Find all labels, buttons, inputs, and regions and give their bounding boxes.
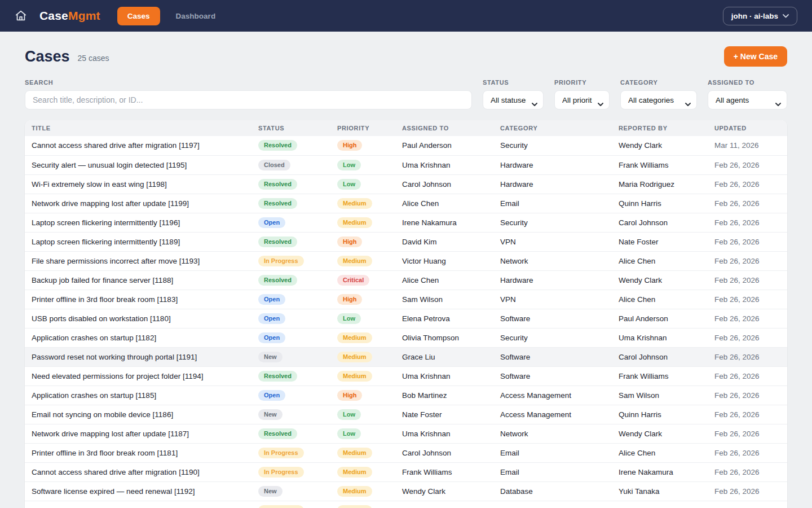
category-filter-select[interactable]: All categories <box>620 90 697 110</box>
table-row[interactable]: Software license expired — need renewal … <box>25 481 787 501</box>
status-badge: Resolved <box>258 198 297 209</box>
case-category-cell: Hardware <box>493 270 612 290</box>
case-assigned-cell: Bob Martinez <box>395 386 493 405</box>
priority-badge: Low <box>337 179 361 190</box>
case-status-cell: Open <box>251 290 330 309</box>
case-status-cell: Resolved <box>251 366 330 386</box>
case-reported-cell: Yuki Tanaka <box>612 481 708 501</box>
case-assigned-cell: Uma Krishnan <box>395 155 493 174</box>
priority-badge: Medium <box>337 486 372 497</box>
case-updated-cell: Feb 26, 2026 <box>708 347 787 366</box>
new-case-button[interactable]: + New Case <box>724 46 787 67</box>
case-status-cell: Open <box>251 309 330 328</box>
status-badge: New <box>258 409 283 420</box>
table-row[interactable]: Email not syncing on mobile device [1186… <box>25 405 787 424</box>
status-badge: New <box>258 486 283 497</box>
search-input[interactable] <box>25 90 472 110</box>
case-assigned-cell: Elena Petrova <box>395 309 493 328</box>
case-reported-cell: Irene Nakamura <box>612 462 708 481</box>
user-menu-button[interactable]: john · ai-labs <box>723 7 797 25</box>
table-row[interactable]: Backup job failed for finance server [11… <box>25 270 787 290</box>
table-row[interactable]: Cannot access shared drive after migrati… <box>25 136 787 155</box>
status-badge: Closed <box>258 160 290 170</box>
home-icon <box>15 10 27 22</box>
table-row[interactable]: Network drive mapping lost after update … <box>25 424 787 443</box>
table-row[interactable]: Printer offline in 3rd floor break room … <box>25 443 787 462</box>
priority-badge: High <box>337 390 362 401</box>
filters-bar: SEARCH STATUS All statuses PRIORITY All … <box>25 79 787 110</box>
case-status-cell: In Progress <box>251 501 330 508</box>
case-title-cell: Backup job failed for finance server [11… <box>25 270 251 290</box>
case-assigned-cell: Victor Huang <box>395 251 493 270</box>
column-header-priority: PRIORITY <box>330 120 395 136</box>
priority-badge: Medium <box>337 332 372 343</box>
priority-filter-select[interactable]: All priorities <box>554 90 610 110</box>
case-updated-cell: Feb 26, 2026 <box>708 462 787 481</box>
table-row[interactable]: Password reset not working through porta… <box>25 347 787 366</box>
table-row[interactable]: Application crashes on startup [1182] Op… <box>25 328 787 347</box>
case-title-cell: Email not syncing on mobile device [1186… <box>25 405 251 424</box>
cases-table-card: TITLE STATUS PRIORITY ASSIGNED TO CATEGO… <box>25 120 787 508</box>
case-category-cell: Database <box>493 481 612 501</box>
table-row[interactable]: Security alert — unusual login detected … <box>25 155 787 174</box>
case-reported-cell: Sam Wilson <box>612 386 708 405</box>
table-row[interactable]: Application crashes on startup [1185] Op… <box>25 386 787 405</box>
status-badge: In Progress <box>258 505 304 508</box>
home-button[interactable] <box>15 10 27 22</box>
case-assigned-cell: Carol Johnson <box>395 443 493 462</box>
case-assigned-cell: Nate Foster <box>395 405 493 424</box>
case-category-cell: Email <box>493 462 612 481</box>
case-updated-cell: Feb 26, 2026 <box>708 251 787 270</box>
status-badge: Resolved <box>258 275 297 286</box>
case-title-cell: File share permissions incorrect after m… <box>25 251 251 270</box>
case-reported-cell: Alice Chen <box>612 251 708 270</box>
case-title-cell: Badge reader not working at south entran… <box>25 501 251 508</box>
search-label: SEARCH <box>25 79 472 86</box>
priority-badge: Low <box>337 313 361 324</box>
case-priority-cell: Medium <box>330 213 395 232</box>
case-status-cell: New <box>251 481 330 501</box>
table-row[interactable]: Wi-Fi extremely slow in east wing [1198]… <box>25 174 787 194</box>
assigned-filter-select[interactable]: All agents <box>708 90 787 110</box>
case-category-cell: Network <box>493 251 612 270</box>
main-nav: Cases Dashboard <box>117 7 231 25</box>
case-priority-cell: Low <box>330 309 395 328</box>
table-row[interactable]: Cannot access shared drive after migrati… <box>25 462 787 481</box>
cases-table: TITLE STATUS PRIORITY ASSIGNED TO CATEGO… <box>25 120 787 508</box>
case-reported-cell: Uma Krishnan <box>612 328 708 347</box>
table-row[interactable]: Badge reader not working at south entran… <box>25 501 787 508</box>
case-assigned-cell: Paul Anderson <box>395 136 493 155</box>
case-updated-cell: Feb 26, 2026 <box>708 194 787 213</box>
nav-tab-dashboard[interactable]: Dashboard <box>166 7 226 25</box>
status-filter-select[interactable]: All statuses <box>483 90 544 110</box>
table-row[interactable]: Printer offline in 3rd floor break room … <box>25 290 787 309</box>
table-row[interactable]: File share permissions incorrect after m… <box>25 251 787 270</box>
priority-badge: Low <box>337 409 361 420</box>
table-row[interactable]: Laptop screen flickering intermittently … <box>25 232 787 251</box>
case-priority-cell: Medium <box>330 443 395 462</box>
app-logo-part1: Case <box>39 9 68 22</box>
case-category-cell: Security <box>493 136 612 155</box>
case-assigned-cell: Alice Chen <box>395 194 493 213</box>
column-header-updated: UPDATED <box>708 120 787 136</box>
nav-tab-cases[interactable]: Cases <box>117 7 160 25</box>
table-row[interactable]: Need elevated permissions for project fo… <box>25 366 787 386</box>
table-row[interactable]: Network drive mapping lost after update … <box>25 194 787 213</box>
status-badge: In Progress <box>258 256 304 266</box>
case-category-cell: Email <box>493 194 612 213</box>
priority-badge: Medium <box>337 217 372 228</box>
table-row[interactable]: Laptop screen flickering intermittently … <box>25 213 787 232</box>
case-priority-cell: Medium <box>330 366 395 386</box>
case-priority-cell: High <box>330 386 395 405</box>
priority-badge: Medium <box>337 198 372 209</box>
status-badge: Open <box>258 217 285 228</box>
status-badge: Open <box>258 390 285 401</box>
search-filter-group: SEARCH <box>25 79 472 110</box>
case-status-cell: Resolved <box>251 136 330 155</box>
user-menu-label: john · ai-labs <box>731 12 778 20</box>
table-row[interactable]: USB ports disabled on workstation [1180]… <box>25 309 787 328</box>
case-priority-cell: Low <box>330 155 395 174</box>
case-category-cell: Hardware <box>493 174 612 194</box>
case-priority-cell: Medium <box>330 501 395 508</box>
case-assigned-cell: Nate Foster <box>395 501 493 508</box>
